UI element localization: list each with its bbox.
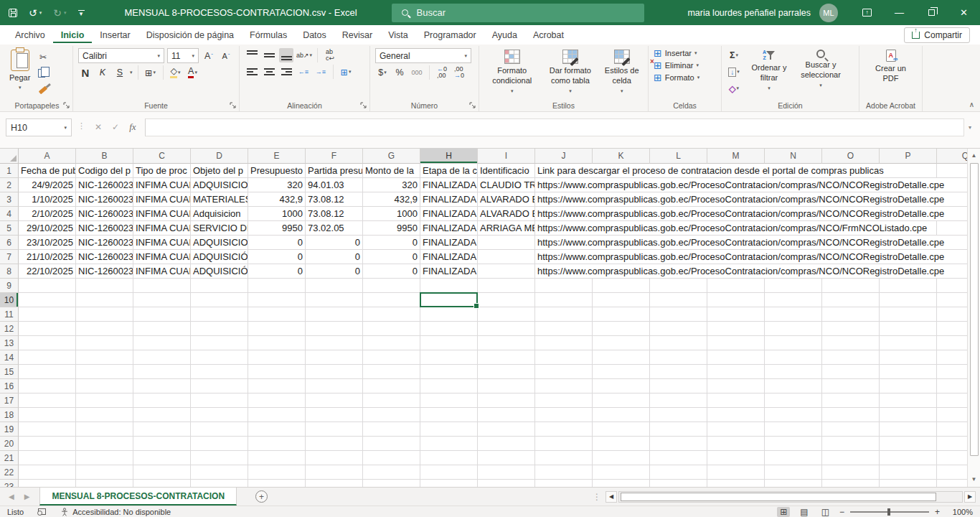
cell-H18[interactable] xyxy=(420,408,478,422)
cell-B2[interactable]: NIC-1260023 xyxy=(76,178,133,192)
cell-N23[interactable] xyxy=(765,480,822,487)
cell-B13[interactable] xyxy=(76,336,133,350)
cell-E3[interactable]: 432,9 xyxy=(248,192,306,207)
tab-archivo[interactable]: Archivo xyxy=(7,27,53,43)
cell-N14[interactable] xyxy=(765,350,822,365)
row-header-10[interactable]: 10 xyxy=(0,293,19,307)
cell-N20[interactable] xyxy=(765,437,822,451)
cell-B6[interactable]: NIC-1260023 xyxy=(76,236,133,250)
decrease-font-button[interactable]: Aˇ xyxy=(219,49,233,63)
cell-P21[interactable] xyxy=(880,451,937,465)
cell-J5[interactable]: https://www.compraspublicas.gob.ec/Proce… xyxy=(535,221,593,236)
cell-K15[interactable] xyxy=(593,365,650,379)
accessibility-status[interactable]: Accesibilidad: No disponible xyxy=(60,508,171,516)
cell-D2[interactable]: ADQUISICION xyxy=(191,178,248,192)
cell-F15[interactable] xyxy=(306,365,363,379)
cell-Q13[interactable] xyxy=(937,336,967,350)
cell-I5[interactable]: ARRIAGA ME xyxy=(478,221,535,236)
cell-A21[interactable] xyxy=(19,451,76,465)
cell-G11[interactable] xyxy=(363,307,420,322)
increase-indent-button[interactable]: →≡ xyxy=(314,65,328,79)
cell-M14[interactable] xyxy=(707,350,765,365)
italic-button[interactable]: K xyxy=(95,65,110,80)
cell-H23[interactable] xyxy=(420,480,478,487)
cell-E9[interactable] xyxy=(248,279,306,293)
cell-I11[interactable] xyxy=(478,307,535,322)
row-header-19[interactable]: 19 xyxy=(0,422,19,437)
row-header-23[interactable]: 23 xyxy=(0,480,19,487)
sheet-nav-next-button[interactable]: ▶ xyxy=(24,493,30,500)
cell-I6[interactable] xyxy=(478,236,535,250)
paste-button[interactable]: Pegar ▾ xyxy=(6,48,33,92)
cell-L9[interactable] xyxy=(650,279,707,293)
cell-D18[interactable] xyxy=(191,408,248,422)
cell-F18[interactable] xyxy=(306,408,363,422)
cell-L20[interactable] xyxy=(650,437,707,451)
cell-C22[interactable] xyxy=(133,465,191,480)
cell-Q19[interactable] xyxy=(937,422,967,437)
cell-C6[interactable]: INFIMA CUAN xyxy=(133,236,191,250)
row-header-7[interactable]: 7 xyxy=(0,250,19,264)
font-dialog-launcher[interactable] xyxy=(230,102,237,109)
cell-F3[interactable]: 73.08.12 xyxy=(306,192,363,207)
cell-G2[interactable]: 320 xyxy=(363,178,420,192)
cell-Q10[interactable] xyxy=(937,293,967,307)
restore-button[interactable] xyxy=(915,0,948,25)
cell-B20[interactable] xyxy=(76,437,133,451)
cell-P19[interactable] xyxy=(880,422,937,437)
cell-H9[interactable] xyxy=(420,279,478,293)
cell-E21[interactable] xyxy=(248,451,306,465)
cell-F20[interactable] xyxy=(306,437,363,451)
cell-G21[interactable] xyxy=(363,451,420,465)
cell-L22[interactable] xyxy=(650,465,707,480)
cell-G14[interactable] xyxy=(363,350,420,365)
cell-C20[interactable] xyxy=(133,437,191,451)
cell-J13[interactable] xyxy=(535,336,593,350)
cell-E18[interactable] xyxy=(248,408,306,422)
cell-G1[interactable]: Monto de la xyxy=(363,164,420,178)
cell-O18[interactable] xyxy=(822,408,880,422)
col-header-L[interactable]: L xyxy=(650,149,707,164)
cell-D1[interactable]: Objeto del p xyxy=(191,164,248,178)
cell-F9[interactable] xyxy=(306,279,363,293)
cell-O17[interactable] xyxy=(822,393,880,408)
copy-button[interactable]: ▾ xyxy=(36,66,50,80)
cell-A6[interactable]: 23/10/2025 xyxy=(19,236,76,250)
cell-G12[interactable] xyxy=(363,322,420,336)
cell-G8[interactable]: 0 xyxy=(363,264,420,279)
cell-P9[interactable] xyxy=(880,279,937,293)
cell-Q9[interactable] xyxy=(937,279,967,293)
underline-button[interactable]: S xyxy=(113,65,127,80)
number-format-combo[interactable]: General▾ xyxy=(375,48,471,63)
cell-B11[interactable] xyxy=(76,307,133,322)
cell-J18[interactable] xyxy=(535,408,593,422)
cell-K12[interactable] xyxy=(593,322,650,336)
cell-C3[interactable]: INFIMA CUAN xyxy=(133,192,191,207)
sort-filter-button[interactable]: AZ Ordenar y filtrar▾ xyxy=(745,48,793,93)
borders-button[interactable]: ⊞▾ xyxy=(143,65,158,80)
cell-B21[interactable] xyxy=(76,451,133,465)
cell-P22[interactable] xyxy=(880,465,937,480)
zoom-out-button[interactable]: − xyxy=(839,507,844,517)
row-header-16[interactable]: 16 xyxy=(0,379,19,393)
cell-K16[interactable] xyxy=(593,379,650,393)
row-header-13[interactable]: 13 xyxy=(0,336,19,350)
cell-A3[interactable]: 1/10/2025 xyxy=(19,192,76,207)
bold-button[interactable]: N xyxy=(78,65,93,80)
cell-K14[interactable] xyxy=(593,350,650,365)
fill-color-button[interactable]: ◇▾ xyxy=(169,65,183,80)
cell-Q11[interactable] xyxy=(937,307,967,322)
cell-J11[interactable] xyxy=(535,307,593,322)
cell-P16[interactable] xyxy=(880,379,937,393)
cell-N17[interactable] xyxy=(765,393,822,408)
fill-button[interactable]: ↓▾ xyxy=(727,65,741,79)
col-header-P[interactable]: P xyxy=(880,149,937,164)
format-cells-button[interactable]: ⊞Formato▾ xyxy=(654,73,716,83)
cell-B8[interactable]: NIC-1260023 xyxy=(76,264,133,279)
cell-G13[interactable] xyxy=(363,336,420,350)
cell-I10[interactable] xyxy=(478,293,535,307)
cell-N19[interactable] xyxy=(765,422,822,437)
zoom-level[interactable]: 100% xyxy=(947,508,973,516)
cancel-entry-button[interactable]: ✕ xyxy=(95,122,102,132)
cell-O12[interactable] xyxy=(822,322,880,336)
